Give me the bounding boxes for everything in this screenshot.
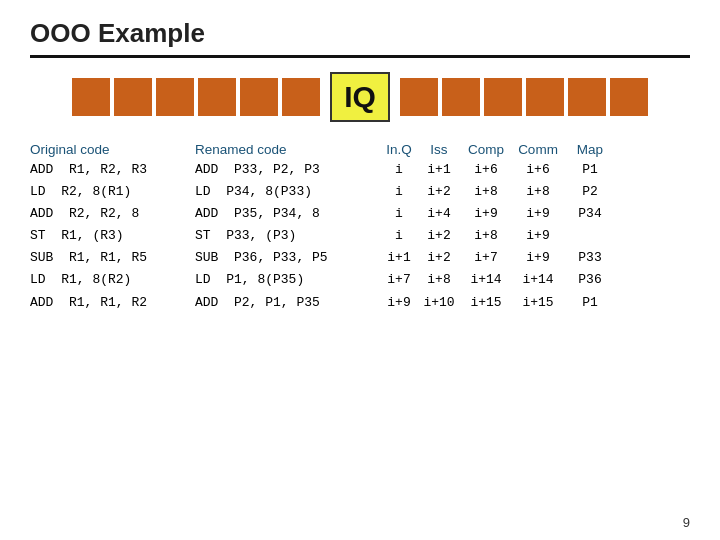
cell-orig-op: ADD R2, R2, 8 <box>30 203 185 225</box>
cell-inq: i <box>380 181 418 203</box>
table-row: ST R1, (R3) ST P33, (P3) i i+2 i+8 i+9 <box>30 225 690 247</box>
sq-left-4 <box>198 78 236 116</box>
cell-iss: i+2 <box>418 247 460 269</box>
th-map: Map <box>564 142 616 157</box>
table-row: ADD R2, R2, 8 ADD P35, P34, 8 i i+4 i+9 … <box>30 203 690 225</box>
cell-orig-op: LD R2, 8(R1) <box>30 181 185 203</box>
cell-orig-op: ST R1, (R3) <box>30 225 185 247</box>
sq-left-3 <box>156 78 194 116</box>
cell-ren: ST P33, (P3) <box>195 225 370 247</box>
sq-left-5 <box>240 78 278 116</box>
cell-ren: ADD P2, P1, P35 <box>195 292 370 314</box>
cell-map: P36 <box>564 269 616 291</box>
table-row: ADD R1, R2, R3 ADD P33, P2, P3 i i+1 i+6… <box>30 159 690 181</box>
cell-comp: i+9 <box>460 203 512 225</box>
cell-comm: i+9 <box>512 203 564 225</box>
sq-left-1 <box>72 78 110 116</box>
cell-comm: i+8 <box>512 181 564 203</box>
cell-map <box>564 225 616 247</box>
cell-comm: i+6 <box>512 159 564 181</box>
cell-comp: i+14 <box>460 269 512 291</box>
cell-comp: i+6 <box>460 159 512 181</box>
cell-orig-op: ADD R1, R2, R3 <box>30 159 185 181</box>
squares-left <box>72 78 320 116</box>
table-row: LD R2, 8(R1) LD P34, 8(P33) i i+2 i+8 i+… <box>30 181 690 203</box>
sq-right-5 <box>568 78 606 116</box>
cell-iss: i+8 <box>418 269 460 291</box>
cell-map: P1 <box>564 292 616 314</box>
cell-map: P2 <box>564 181 616 203</box>
cell-iss: i+4 <box>418 203 460 225</box>
th-original: Original code <box>30 142 185 157</box>
cell-inq: i <box>380 159 418 181</box>
iq-label: IQ <box>330 72 390 122</box>
th-comp: Comp <box>460 142 512 157</box>
page-title: OOO Example <box>30 18 690 49</box>
sq-right-1 <box>400 78 438 116</box>
cell-comp: i+15 <box>460 292 512 314</box>
table-row: SUB R1, R1, R5 SUB P36, P33, P5 i+1 i+2 … <box>30 247 690 269</box>
squares-right <box>400 78 648 116</box>
cell-inq: i <box>380 203 418 225</box>
divider <box>30 55 690 58</box>
table-body: ADD R1, R2, R3 ADD P33, P2, P3 i i+1 i+6… <box>30 159 690 314</box>
sq-left-2 <box>114 78 152 116</box>
th-inq: In.Q <box>380 142 418 157</box>
sq-right-3 <box>484 78 522 116</box>
cell-comp: i+7 <box>460 247 512 269</box>
cell-comp: i+8 <box>460 181 512 203</box>
cell-iss: i+1 <box>418 159 460 181</box>
table-row: LD R1, 8(R2) LD P1, 8(P35) i+7 i+8 i+14 … <box>30 269 690 291</box>
table-header: Original code Renamed code In.Q Iss Comp… <box>30 142 690 157</box>
page: OOO Example IQ Original code Renamed cod… <box>0 0 720 540</box>
page-number: 9 <box>30 515 690 530</box>
cell-comm: i+9 <box>512 225 564 247</box>
cell-map: P34 <box>564 203 616 225</box>
cell-comm: i+9 <box>512 247 564 269</box>
cell-comm: i+15 <box>512 292 564 314</box>
cell-iss: i+2 <box>418 181 460 203</box>
sq-left-6 <box>282 78 320 116</box>
sq-right-4 <box>526 78 564 116</box>
cell-inq: i <box>380 225 418 247</box>
cell-map: P1 <box>564 159 616 181</box>
th-comm: Comm <box>512 142 564 157</box>
cell-inq: i+9 <box>380 292 418 314</box>
sq-right-6 <box>610 78 648 116</box>
cell-iss: i+2 <box>418 225 460 247</box>
cell-map: P33 <box>564 247 616 269</box>
cell-ren: LD P1, 8(P35) <box>195 269 370 291</box>
cell-comm: i+14 <box>512 269 564 291</box>
th-renamed: Renamed code <box>195 142 370 157</box>
sq-right-2 <box>442 78 480 116</box>
cell-orig-op: SUB R1, R1, R5 <box>30 247 185 269</box>
code-table: Original code Renamed code In.Q Iss Comp… <box>30 142 690 511</box>
cell-inq: i+7 <box>380 269 418 291</box>
cell-ren: ADD P35, P34, 8 <box>195 203 370 225</box>
cell-ren: LD P34, 8(P33) <box>195 181 370 203</box>
cell-comp: i+8 <box>460 225 512 247</box>
iq-row: IQ <box>30 72 690 122</box>
cell-orig-op: ADD R1, R1, R2 <box>30 292 185 314</box>
cell-orig-op: LD R1, 8(R2) <box>30 269 185 291</box>
th-iss: Iss <box>418 142 460 157</box>
cell-inq: i+1 <box>380 247 418 269</box>
cell-ren: SUB P36, P33, P5 <box>195 247 370 269</box>
cell-ren: ADD P33, P2, P3 <box>195 159 370 181</box>
table-row: ADD R1, R1, R2 ADD P2, P1, P35 i+9 i+10 … <box>30 292 690 314</box>
cell-iss: i+10 <box>418 292 460 314</box>
